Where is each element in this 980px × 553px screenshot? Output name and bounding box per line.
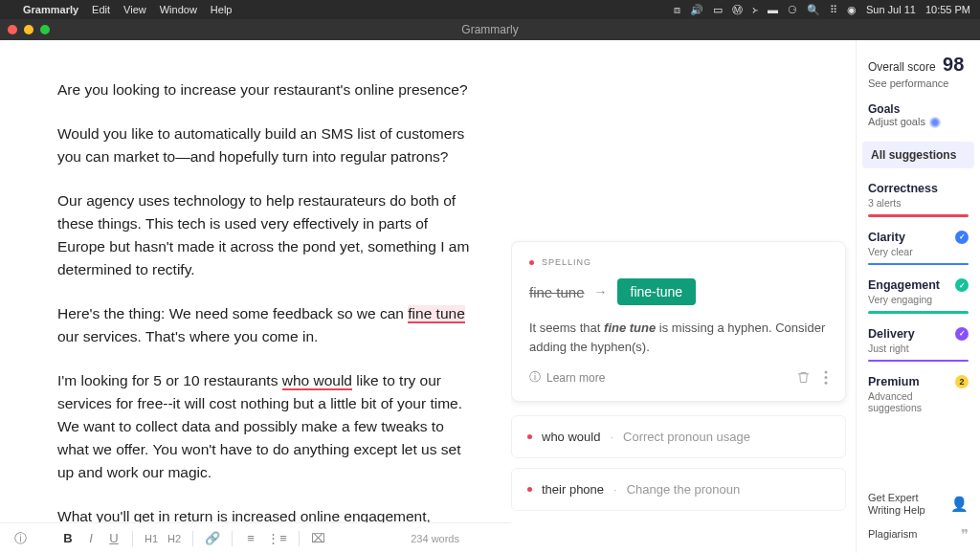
svg-point-2 bbox=[825, 382, 828, 385]
suggestion-card[interactable]: SPELLING fine tune → fine-tune It seems … bbox=[511, 241, 846, 402]
italic-button[interactable]: I bbox=[84, 531, 98, 545]
menubar-window[interactable]: Window bbox=[160, 4, 197, 15]
dropbox-icon[interactable]: ⧈ bbox=[674, 4, 680, 16]
menubar-help[interactable]: Help bbox=[211, 4, 233, 15]
h1-button[interactable]: H1 bbox=[145, 533, 158, 544]
suggestion-category: SPELLING bbox=[529, 257, 828, 267]
bluetooth-icon[interactable]: ᚛ bbox=[752, 4, 758, 16]
bullet-list-button[interactable]: ⋮≡ bbox=[267, 531, 287, 545]
all-suggestions-tab[interactable]: All suggestions bbox=[862, 142, 974, 168]
numbered-list-button[interactable]: ≡ bbox=[244, 531, 257, 545]
quote-icon: ❞ bbox=[961, 526, 969, 543]
more-options-button[interactable] bbox=[824, 370, 828, 385]
collapsed-suggestion[interactable]: their phone · Change the pronoun bbox=[511, 468, 846, 511]
menubar-app-name[interactable]: Grammarly bbox=[23, 4, 78, 15]
overall-score[interactable]: Overall score 98 See performance bbox=[868, 54, 969, 89]
clarity-metric[interactable]: Clarity✓ Very clear bbox=[868, 231, 969, 266]
window-title: Grammarly bbox=[461, 23, 518, 36]
svg-point-0 bbox=[825, 370, 828, 373]
paragraph[interactable]: Are you looking to increase your restaur… bbox=[57, 78, 479, 101]
collapsed-suggestion[interactable]: who would · Correct pronoun usage bbox=[511, 415, 846, 458]
window-titlebar: Grammarly bbox=[0, 19, 980, 40]
control-center-icon[interactable]: ⠿ bbox=[830, 4, 837, 16]
volume-icon[interactable]: 🔊 bbox=[690, 4, 703, 16]
arrow-icon: → bbox=[594, 284, 608, 299]
check-icon: ✓ bbox=[955, 327, 969, 341]
battery-icon[interactable]: ▬ bbox=[768, 4, 778, 15]
expert-help-link[interactable]: Get Expert Writing Help 👤 bbox=[868, 492, 969, 517]
menubar-time[interactable]: 10:55 PM bbox=[925, 4, 970, 15]
check-icon: ✓ bbox=[955, 231, 969, 244]
suggestion-description: It seems that fine tune is missing a hyp… bbox=[529, 319, 828, 356]
h2-button[interactable]: H2 bbox=[167, 533, 181, 544]
spelling-error[interactable]: fine tune bbox=[408, 305, 464, 323]
engagement-metric[interactable]: Engagement✓ Very engaging bbox=[868, 278, 969, 314]
paragraph[interactable]: I'm looking for 5 or 10 restaurants who … bbox=[57, 369, 479, 484]
goals-section[interactable]: Goals Adjust goals bbox=[868, 102, 969, 128]
alert-dot-icon bbox=[527, 487, 532, 492]
formatting-toolbar: ⓘ B I U H1 H2 🔗 ≡ ⋮≡ ⌧ 234 words bbox=[0, 522, 511, 553]
bold-button[interactable]: B bbox=[61, 531, 75, 545]
paragraph[interactable]: Would you like to automatically build an… bbox=[57, 122, 479, 168]
check-icon: ✓ bbox=[955, 278, 969, 292]
search-icon[interactable]: 🔍 bbox=[807, 4, 820, 16]
delivery-metric[interactable]: Delivery✓ Just right bbox=[868, 327, 969, 363]
info-icon: ⓘ bbox=[529, 369, 541, 386]
link-button[interactable]: 🔗 bbox=[205, 531, 220, 545]
right-sidebar: Overall score 98 See performance Goals A… bbox=[856, 40, 980, 553]
grammar-error[interactable]: who would bbox=[282, 372, 352, 390]
premium-count-badge: 2 bbox=[955, 375, 969, 388]
menubar-view[interactable]: View bbox=[123, 4, 146, 15]
help-icon[interactable]: ⓘ bbox=[13, 530, 27, 547]
underline-button[interactable]: U bbox=[107, 531, 121, 545]
menubar-date[interactable]: Sun Jul 11 bbox=[866, 4, 916, 15]
learn-more-link[interactable]: ⓘ Learn more bbox=[529, 369, 605, 386]
clear-formatting-button[interactable]: ⌧ bbox=[311, 531, 325, 545]
alert-dot-icon bbox=[527, 434, 532, 439]
minimize-window-button[interactable] bbox=[24, 25, 33, 34]
dismiss-suggestion-button[interactable] bbox=[796, 370, 811, 385]
apply-suggestion-button[interactable]: fine-tune bbox=[617, 278, 696, 305]
malware-icon[interactable]: Ⓜ bbox=[732, 3, 743, 17]
suggestions-pane: SPELLING fine tune → fine-tune It seems … bbox=[511, 40, 856, 553]
person-icon: 👤 bbox=[950, 496, 969, 513]
plagiarism-link[interactable]: Plagiarism ❞ bbox=[868, 526, 969, 543]
svg-point-1 bbox=[825, 376, 828, 379]
paragraph[interactable]: Here's the thing: We need some feedback … bbox=[57, 302, 479, 348]
close-window-button[interactable] bbox=[8, 25, 17, 34]
mac-menubar: Grammarly Edit View Window Help ⧈ 🔊 ▭ Ⓜ … bbox=[0, 0, 980, 19]
pulse-indicator-icon bbox=[929, 117, 941, 128]
premium-metric[interactable]: Premium2 Advanced suggestions bbox=[868, 375, 969, 413]
word-count[interactable]: 234 words bbox=[411, 533, 459, 544]
original-text: fine tune bbox=[529, 284, 585, 300]
menubar-edit[interactable]: Edit bbox=[92, 4, 110, 15]
maximize-window-button[interactable] bbox=[40, 25, 50, 34]
correctness-metric[interactable]: Correctness 3 alerts bbox=[868, 182, 969, 217]
siri-icon[interactable]: ◉ bbox=[847, 4, 857, 16]
wifi-icon[interactable]: ⚆ bbox=[788, 4, 797, 16]
paragraph[interactable]: Our agency uses technology to help resta… bbox=[57, 189, 479, 281]
editor-pane[interactable]: Are you looking to increase your restaur… bbox=[0, 40, 511, 553]
display-icon[interactable]: ▭ bbox=[713, 4, 723, 16]
